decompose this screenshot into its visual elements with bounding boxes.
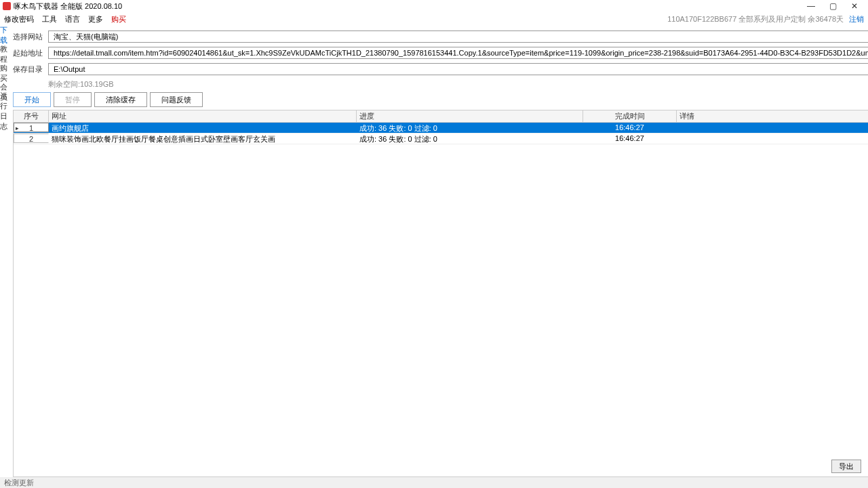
cell-seq: 2 [14, 134, 49, 143]
export-button[interactable]: 导出 [831, 460, 861, 473]
table-row[interactable]: 2 猫咪装饰画北欧餐厅挂画饭厅餐桌创意插画日式卧室壁画客厅玄关画 成功: 36 … [14, 134, 868, 144]
close-button[interactable]: ✕ [844, 0, 865, 12]
header-detail[interactable]: 详情 [677, 110, 868, 122]
cell-time: 16:46:27 [583, 123, 677, 133]
license-info: 110A170F122BB677 全部系列及用户定制 余36478天 [667, 14, 844, 24]
sidebar: 下载 教程 购买 会员 运行日志 [0, 26, 7, 477]
menu-bar: 修改密码 工具 语言 更多 购买 110A170F122BB677 全部系列及用… [0, 12, 868, 26]
cell-time: 16:46:27 [583, 134, 677, 144]
cell-progress: 成功: 36 失败: 0 过滤: 0 [357, 123, 583, 133]
logout-link[interactable]: 注销 [849, 14, 864, 24]
title-bar: 啄木鸟下载器 全能版 2020.08.10 — ▢ ✕ [0, 0, 868, 12]
table-header: 序号 网址 进度 完成时间 详情 [14, 110, 868, 123]
site-label: 选择网站 [13, 32, 48, 42]
cell-detail [677, 134, 868, 144]
menu-language[interactable]: 语言 [65, 14, 80, 24]
sidebar-item-log[interactable]: 运行日志 [0, 102, 7, 121]
window-title: 啄木鸟下载器 全能版 2020.08.10 [14, 1, 800, 12]
cell-seq: 1 [14, 123, 49, 132]
sidebar-item-buy[interactable]: 购买 [0, 64, 7, 83]
cell-detail [677, 123, 868, 133]
start-button[interactable]: 开始 [13, 92, 51, 107]
window-controls: — ▢ ✕ [800, 0, 865, 12]
header-url[interactable]: 网址 [49, 110, 357, 122]
dir-label: 保存目录 [13, 64, 48, 75]
clear-cache-button[interactable]: 清除缓存 [94, 92, 147, 107]
app-icon [3, 2, 11, 10]
menu-modify-password[interactable]: 修改密码 [4, 14, 34, 24]
status-text: 检测更新 [4, 479, 34, 487]
site-select[interactable]: 淘宝、天猫(电脑端) [48, 30, 868, 43]
minimize-button[interactable]: — [800, 0, 822, 12]
cell-url: 猫咪装饰画北欧餐厅挂画饭厅餐桌创意插画日式卧室壁画客厅玄关画 [49, 134, 357, 144]
main-panel: 选择网站 淘宝、天猫(电脑端) 设置 起始地址 https://detail.t… [7, 26, 868, 477]
download-table: 序号 网址 进度 完成时间 详情 1 画约旗舰店 成功: 36 失败: 0 过滤… [13, 110, 868, 477]
maximize-button[interactable]: ▢ [822, 0, 844, 12]
sidebar-item-tutorial[interactable]: 教程 [0, 45, 7, 64]
menu-tools[interactable]: 工具 [42, 14, 57, 24]
url-label: 起始地址 [13, 48, 48, 58]
menu-more[interactable]: 更多 [88, 14, 103, 24]
header-seq[interactable]: 序号 [14, 110, 49, 122]
dir-input[interactable]: E:\Output [48, 63, 868, 75]
table-row[interactable]: 1 画约旗舰店 成功: 36 失败: 0 过滤: 0 16:46:27 [14, 123, 868, 134]
cell-progress: 成功: 36 失败: 0 过滤: 0 [357, 134, 583, 144]
menu-buy[interactable]: 购买 [111, 14, 126, 24]
pause-button[interactable]: 暂停 [54, 92, 92, 107]
free-space-label: 剩余空间:103.19GB [48, 79, 868, 89]
header-finish-time[interactable]: 完成时间 [583, 110, 677, 122]
status-bar: 检测更新 [0, 477, 868, 488]
feedback-button[interactable]: 问题反馈 [150, 92, 203, 107]
cell-url: 画约旗舰店 [49, 123, 357, 133]
url-input[interactable]: https://detail.tmall.com/item.htm?id=609… [48, 47, 868, 59]
sidebar-item-download[interactable]: 下载 [0, 26, 7, 45]
header-progress[interactable]: 进度 [357, 110, 583, 122]
